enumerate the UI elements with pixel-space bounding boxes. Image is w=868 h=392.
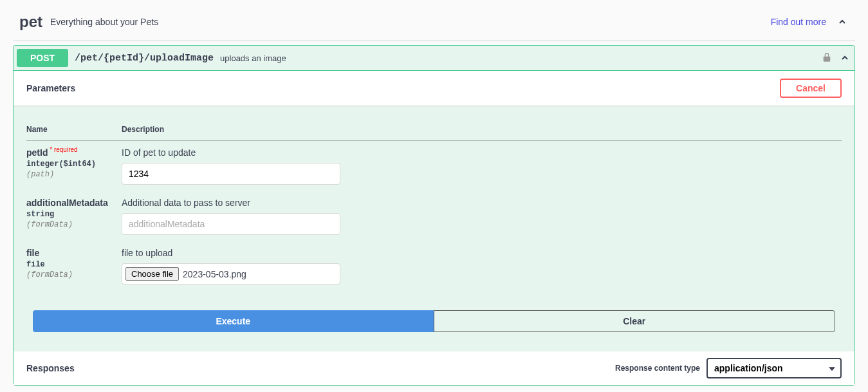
param-name: file [26, 248, 122, 258]
chevron-up-icon[interactable] [838, 51, 851, 64]
response-content-type-select[interactable]: application/json [706, 358, 842, 378]
operation-path: /pet/{petId}/uploadImage [75, 53, 214, 64]
param-type: file [26, 260, 122, 269]
param-in: (path) [26, 170, 122, 179]
response-content-type-label: Response content type [615, 364, 700, 373]
param-type: string [26, 210, 122, 219]
param-in: (formData) [26, 220, 122, 229]
table-row: file file (formData) file to upload Choo… [26, 241, 842, 291]
lock-icon[interactable] [822, 52, 832, 64]
petid-input[interactable] [122, 163, 340, 185]
parameters-table: Name Description petId * required intege… [26, 118, 842, 291]
param-name: petId [26, 147, 48, 158]
parameters-header: Parameters Cancel [14, 71, 854, 106]
table-row: petId * required integer($int64) (path) … [26, 141, 842, 192]
responses-header: Responses Response content type applicat… [14, 351, 854, 385]
additional-metadata-input[interactable] [122, 213, 340, 235]
param-description: file to upload [122, 248, 842, 258]
parameters-title: Parameters [26, 83, 75, 93]
param-description: ID of pet to update [122, 147, 842, 158]
choose-file-button[interactable]: Choose file [125, 267, 179, 281]
operation-block: POST /pet/{petId}/uploadImage uploads an… [13, 45, 855, 386]
method-badge: POST [17, 49, 68, 67]
responses-title: Responses [26, 363, 75, 373]
parameters-body: Name Description petId * required intege… [14, 106, 854, 351]
column-header-description: Description [122, 118, 842, 141]
operation-summary[interactable]: POST /pet/{petId}/uploadImage uploads an… [14, 46, 854, 71]
param-type: integer($int64) [26, 160, 122, 169]
find-out-more-link[interactable]: Find out more [771, 17, 826, 27]
tag-description: Everything about your Pets [50, 17, 771, 27]
param-description: Additional data to pass to server [122, 198, 842, 208]
execute-button[interactable]: Execute [33, 310, 434, 332]
required-indicator: * required [48, 146, 77, 153]
column-header-name: Name [26, 118, 122, 141]
selected-file-name: 2023-05-03.png [183, 269, 246, 279]
operation-description: uploads an image [220, 53, 822, 63]
tag-header[interactable]: pet Everything about your Pets Find out … [13, 0, 855, 41]
chevron-up-icon[interactable] [836, 15, 849, 28]
cancel-button[interactable]: Cancel [780, 79, 842, 98]
file-input[interactable]: Choose file 2023-05-03.png [122, 263, 340, 285]
table-row: additionalMetadata string (formData) Add… [26, 191, 842, 241]
param-name: additionalMetadata [26, 198, 122, 208]
tag-title: pet [19, 13, 42, 31]
action-row: Execute Clear [33, 310, 835, 332]
param-in: (formData) [26, 270, 122, 279]
clear-button[interactable]: Clear [434, 310, 836, 332]
